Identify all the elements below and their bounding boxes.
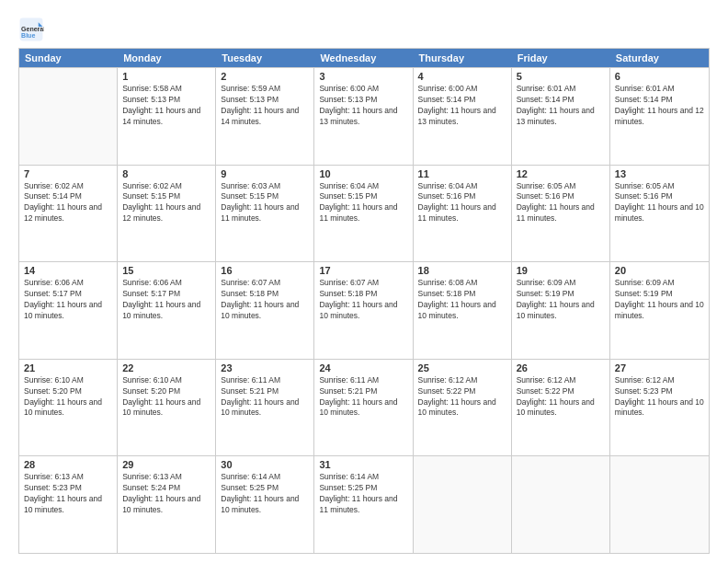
cell-info: Sunrise: 6:12 AM Sunset: 5:22 PM Dayligh… bbox=[517, 375, 605, 419]
logo-icon: General Blue bbox=[18, 17, 44, 42]
calendar-cell: 6Sunrise: 6:01 AM Sunset: 5:14 PM Daylig… bbox=[610, 68, 709, 165]
calendar-cell: 30Sunrise: 6:14 AM Sunset: 5:25 PM Dayli… bbox=[216, 456, 314, 553]
calendar-cell: 31Sunrise: 6:14 AM Sunset: 5:25 PM Dayli… bbox=[314, 456, 413, 553]
cell-day-number: 30 bbox=[221, 459, 309, 470]
cell-day-number: 12 bbox=[517, 168, 605, 179]
cell-info: Sunrise: 6:13 AM Sunset: 5:24 PM Dayligh… bbox=[122, 472, 210, 516]
calendar-header-cell: Friday bbox=[512, 49, 610, 67]
cell-day-number: 25 bbox=[418, 362, 506, 373]
calendar-header-cell: Tuesday bbox=[216, 49, 314, 67]
calendar-cell: 2Sunrise: 5:59 AM Sunset: 5:13 PM Daylig… bbox=[216, 68, 314, 165]
cell-day-number: 4 bbox=[418, 71, 506, 82]
calendar-cell: 8Sunrise: 6:02 AM Sunset: 5:15 PM Daylig… bbox=[118, 166, 216, 262]
cell-day-number: 22 bbox=[122, 362, 210, 373]
calendar-cell: 11Sunrise: 6:04 AM Sunset: 5:16 PM Dayli… bbox=[414, 166, 512, 262]
cell-info: Sunrise: 6:02 AM Sunset: 5:14 PM Dayligh… bbox=[24, 181, 112, 225]
cell-info: Sunrise: 5:58 AM Sunset: 5:13 PM Dayligh… bbox=[122, 84, 210, 128]
calendar-cell: 17Sunrise: 6:07 AM Sunset: 5:18 PM Dayli… bbox=[314, 262, 413, 359]
cell-day-number: 18 bbox=[418, 265, 506, 276]
cell-info: Sunrise: 6:14 AM Sunset: 5:25 PM Dayligh… bbox=[221, 472, 309, 516]
calendar-cell: 1Sunrise: 5:58 AM Sunset: 5:13 PM Daylig… bbox=[118, 68, 216, 165]
calendar-cell: 4Sunrise: 6:00 AM Sunset: 5:14 PM Daylig… bbox=[414, 68, 512, 165]
page: General Blue SundayMondayTuesdayWednesda… bbox=[0, 0, 728, 563]
calendar-cell: 9Sunrise: 6:03 AM Sunset: 5:15 PM Daylig… bbox=[216, 166, 314, 262]
cell-day-number: 3 bbox=[319, 71, 407, 82]
cell-day-number: 5 bbox=[517, 71, 605, 82]
cell-info: Sunrise: 6:06 AM Sunset: 5:17 PM Dayligh… bbox=[24, 278, 112, 322]
calendar-row: 1Sunrise: 5:58 AM Sunset: 5:13 PM Daylig… bbox=[19, 67, 709, 165]
calendar-cell: 29Sunrise: 6:13 AM Sunset: 5:24 PM Dayli… bbox=[118, 456, 216, 553]
cell-info: Sunrise: 6:05 AM Sunset: 5:16 PM Dayligh… bbox=[517, 181, 605, 225]
calendar-cell: 22Sunrise: 6:10 AM Sunset: 5:20 PM Dayli… bbox=[118, 360, 216, 456]
calendar-header-cell: Saturday bbox=[610, 49, 709, 67]
cell-info: Sunrise: 6:10 AM Sunset: 5:20 PM Dayligh… bbox=[24, 375, 112, 419]
calendar-cell: 5Sunrise: 6:01 AM Sunset: 5:14 PM Daylig… bbox=[512, 68, 610, 165]
cell-day-number: 23 bbox=[221, 362, 309, 373]
calendar-header: SundayMondayTuesdayWednesdayThursdayFrid… bbox=[19, 49, 709, 67]
calendar: SundayMondayTuesdayWednesdayThursdayFrid… bbox=[18, 48, 710, 554]
calendar-cell: 23Sunrise: 6:11 AM Sunset: 5:21 PM Dayli… bbox=[216, 360, 314, 456]
calendar-cell: 28Sunrise: 6:13 AM Sunset: 5:23 PM Dayli… bbox=[19, 456, 118, 553]
cell-day-number: 19 bbox=[517, 265, 605, 276]
cell-info: Sunrise: 6:00 AM Sunset: 5:14 PM Dayligh… bbox=[418, 84, 506, 128]
cell-day-number: 20 bbox=[615, 265, 704, 276]
cell-info: Sunrise: 6:00 AM Sunset: 5:13 PM Dayligh… bbox=[319, 84, 407, 128]
calendar-header-cell: Thursday bbox=[414, 49, 512, 67]
calendar-cell bbox=[512, 456, 610, 553]
cell-info: Sunrise: 6:01 AM Sunset: 5:14 PM Dayligh… bbox=[615, 84, 704, 128]
cell-info: Sunrise: 6:09 AM Sunset: 5:19 PM Dayligh… bbox=[615, 278, 704, 322]
calendar-cell bbox=[610, 456, 709, 553]
calendar-cell: 12Sunrise: 6:05 AM Sunset: 5:16 PM Dayli… bbox=[512, 166, 610, 262]
calendar-cell: 25Sunrise: 6:12 AM Sunset: 5:22 PM Dayli… bbox=[414, 360, 512, 456]
calendar-cell: 19Sunrise: 6:09 AM Sunset: 5:19 PM Dayli… bbox=[512, 262, 610, 359]
cell-day-number: 2 bbox=[221, 71, 309, 82]
calendar-cell: 20Sunrise: 6:09 AM Sunset: 5:19 PM Dayli… bbox=[610, 262, 709, 359]
cell-info: Sunrise: 6:07 AM Sunset: 5:18 PM Dayligh… bbox=[221, 278, 309, 322]
cell-day-number: 16 bbox=[221, 265, 309, 276]
cell-info: Sunrise: 6:01 AM Sunset: 5:14 PM Dayligh… bbox=[517, 84, 605, 128]
cell-day-number: 6 bbox=[615, 71, 704, 82]
cell-day-number: 17 bbox=[319, 265, 407, 276]
cell-day-number: 21 bbox=[24, 362, 112, 373]
logo: General Blue bbox=[18, 17, 48, 42]
cell-info: Sunrise: 6:12 AM Sunset: 5:23 PM Dayligh… bbox=[615, 375, 704, 419]
cell-day-number: 14 bbox=[24, 265, 112, 276]
cell-day-number: 1 bbox=[122, 71, 210, 82]
calendar-cell bbox=[19, 68, 118, 165]
calendar-row: 28Sunrise: 6:13 AM Sunset: 5:23 PM Dayli… bbox=[19, 455, 709, 553]
calendar-cell bbox=[414, 456, 512, 553]
cell-day-number: 24 bbox=[319, 362, 407, 373]
cell-info: Sunrise: 6:04 AM Sunset: 5:16 PM Dayligh… bbox=[418, 181, 506, 225]
cell-info: Sunrise: 6:10 AM Sunset: 5:20 PM Dayligh… bbox=[122, 375, 210, 419]
calendar-cell: 10Sunrise: 6:04 AM Sunset: 5:15 PM Dayli… bbox=[314, 166, 413, 262]
cell-info: Sunrise: 6:14 AM Sunset: 5:25 PM Dayligh… bbox=[319, 472, 407, 516]
calendar-cell: 24Sunrise: 6:11 AM Sunset: 5:21 PM Dayli… bbox=[314, 360, 413, 456]
calendar-row: 21Sunrise: 6:10 AM Sunset: 5:20 PM Dayli… bbox=[19, 359, 709, 456]
cell-info: Sunrise: 6:09 AM Sunset: 5:19 PM Dayligh… bbox=[517, 278, 605, 322]
svg-text:Blue: Blue bbox=[21, 32, 35, 39]
cell-day-number: 31 bbox=[319, 459, 407, 470]
cell-day-number: 11 bbox=[418, 168, 506, 179]
cell-info: Sunrise: 6:11 AM Sunset: 5:21 PM Dayligh… bbox=[221, 375, 309, 419]
cell-day-number: 7 bbox=[24, 168, 112, 179]
cell-info: Sunrise: 6:08 AM Sunset: 5:18 PM Dayligh… bbox=[418, 278, 506, 322]
calendar-cell: 27Sunrise: 6:12 AM Sunset: 5:23 PM Dayli… bbox=[610, 360, 709, 456]
cell-day-number: 27 bbox=[615, 362, 704, 373]
calendar-cell: 13Sunrise: 6:05 AM Sunset: 5:16 PM Dayli… bbox=[610, 166, 709, 262]
calendar-cell: 21Sunrise: 6:10 AM Sunset: 5:20 PM Dayli… bbox=[19, 360, 118, 456]
calendar-cell: 16Sunrise: 6:07 AM Sunset: 5:18 PM Dayli… bbox=[216, 262, 314, 359]
cell-info: Sunrise: 6:05 AM Sunset: 5:16 PM Dayligh… bbox=[615, 181, 704, 225]
cell-info: Sunrise: 6:13 AM Sunset: 5:23 PM Dayligh… bbox=[24, 472, 112, 516]
calendar-cell: 7Sunrise: 6:02 AM Sunset: 5:14 PM Daylig… bbox=[19, 166, 118, 262]
cell-day-number: 26 bbox=[517, 362, 605, 373]
header: General Blue bbox=[18, 17, 710, 42]
calendar-cell: 14Sunrise: 6:06 AM Sunset: 5:17 PM Dayli… bbox=[19, 262, 118, 359]
cell-info: Sunrise: 6:02 AM Sunset: 5:15 PM Dayligh… bbox=[122, 181, 210, 225]
calendar-cell: 26Sunrise: 6:12 AM Sunset: 5:22 PM Dayli… bbox=[512, 360, 610, 456]
cell-day-number: 28 bbox=[24, 459, 112, 470]
cell-day-number: 8 bbox=[122, 168, 210, 179]
cell-info: Sunrise: 5:59 AM Sunset: 5:13 PM Dayligh… bbox=[221, 84, 309, 128]
cell-info: Sunrise: 6:04 AM Sunset: 5:15 PM Dayligh… bbox=[319, 181, 407, 225]
cell-info: Sunrise: 6:07 AM Sunset: 5:18 PM Dayligh… bbox=[319, 278, 407, 322]
calendar-cell: 15Sunrise: 6:06 AM Sunset: 5:17 PM Dayli… bbox=[118, 262, 216, 359]
